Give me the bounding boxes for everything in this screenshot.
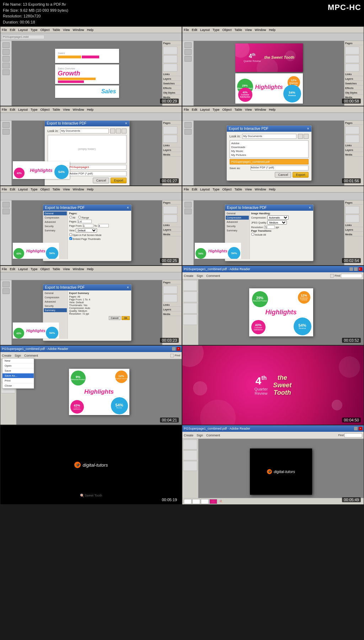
timestamp-7: 00:03:23 — [160, 338, 179, 343]
tools-panel-3 — [0, 121, 12, 185]
growth-label: Growth — [58, 70, 116, 77]
menubar-2: FileEditLayoutTypeObjectTableViewWindowH… — [182, 27, 364, 33]
panel-right-6: Pages Links Layers Media — [344, 200, 364, 265]
thumbnail-3[interactable]: FileEditLayoutTypeObjectTableViewWindowH… — [0, 106, 182, 186]
tools-panel-7 — [0, 280, 12, 345]
dialog-file-area: (empty folder) — [48, 135, 127, 163]
reader-canvas-9: 9% Returned Product 12% Employee Turnove… — [16, 359, 182, 425]
thumbnail-grid: FileEditLayoutTypeObjectTableViewWindowH… — [0, 26, 364, 505]
thumbnail-5[interactable]: FileEditLayoutTypeObjectTableViewWindowH… — [0, 186, 182, 266]
toolbar-4 — [182, 113, 364, 121]
thumbnail-11[interactable]: 🎓 digital-tutors 🍭 Sweet Tooth 00:05:19 — [0, 425, 182, 505]
sweet-tooth-label: the Sweet Tooth — [264, 55, 295, 60]
menubar-4: FileEditLayoutTypeObjectTableViewWindowH… — [182, 106, 364, 113]
thumbnail-8[interactable]: PGSuperpage1_combined.pdf - Adobe Reader… — [182, 266, 364, 345]
thumbnail-9[interactable]: PGSuperpage1_combined.pdf - Adobe Reader… — [0, 345, 182, 425]
thumbnail-1[interactable]: FileEditLayoutTypeObjectTableViewWindowH… — [0, 26, 182, 106]
sweet-tooth-small-11: 🍭 Sweet Tooth — [80, 494, 102, 497]
timestamp-4: 00:01:56 — [342, 178, 361, 183]
menubar-6: FileEditLayoutTypeObjectTableViewWindowH… — [182, 186, 364, 193]
timestamp-8: 00:03:52 — [342, 338, 361, 343]
timestamp-12: 00:05:49 — [342, 497, 361, 502]
reader-titlebar-12: PGSuperpage1_combined.pdf - Adobe Reader… — [182, 425, 364, 432]
timestamp-2: 00:00:58 — [342, 99, 361, 104]
tools-panel-1 — [0, 41, 12, 106]
ok-btn-7[interactable]: OK — [122, 316, 129, 320]
tools-panel-6 — [182, 200, 194, 265]
export-button-4[interactable]: Export — [293, 172, 308, 178]
thumbnail-2[interactable]: FileEditLayoutTypeObjectTableViewWindowH… — [182, 26, 364, 106]
tools-panel-4 — [182, 121, 194, 185]
menubar-7: FileEditLayoutTypeObjectTableViewWindowH… — [0, 266, 182, 272]
menubar-5: FileEditLayoutTypeObjectTableViewWindowH… — [0, 186, 182, 193]
toolbar-2 — [182, 33, 364, 41]
thumbnail-7[interactable]: FileEditLayoutTypeObjectTableViewWindowH… — [0, 266, 182, 345]
reader-canvas-12: 🎓 digital-tutors — [198, 439, 364, 504]
dialog-row-location-4: Look in: My Documents — [230, 134, 309, 139]
dt-icon-11: 🎓 — [74, 462, 81, 468]
dialog-titlebar-3: Export to Interactive PDF × — [45, 121, 129, 126]
cancel-button-4[interactable]: Cancel — [275, 172, 291, 178]
panel-right-3: Pages Links Layers Media — [162, 121, 182, 185]
dialog-saveas-row-4: Save as: Adobe PDF (*.pdf) — [230, 166, 309, 171]
panel-right-1: Pages Links Layers Swatches Effects Obj … — [162, 41, 182, 106]
pdf-dialog-titlebar-5: Export to Interactive PDF× — [43, 205, 131, 211]
thumbnail-6[interactable]: FileEditLayoutTypeObjectTableViewWindowH… — [182, 186, 364, 266]
filename-text: File Name: 13 Exporting to a PDF.flv — [3, 1, 361, 7]
pdf-dialog-titlebar-7: Export to Interactive PDF× — [43, 284, 131, 290]
menubar-3: FileEditLayoutTypeObjectTableViewWindowH… — [0, 106, 182, 113]
timestamp-5: 00:02:25 — [160, 258, 179, 263]
filesize-text: File Size: 9.62 MB (10 093 999 bytes) — [3, 7, 361, 14]
export-button-3[interactable]: Export — [111, 178, 126, 183]
timestamp-9: 00:04:21 — [160, 418, 179, 423]
dialog-buttons-4: Cancel Export — [230, 172, 309, 178]
panel-right-4: Pages Links Layers Media — [344, 121, 364, 185]
timestamp-11: 00:05:19 — [160, 497, 179, 502]
dialog-titlebar-4: Export to Interactive PDF × — [227, 126, 311, 132]
canvas-2: 4th Quarter Review the Sweet Tooth 29% R… — [194, 41, 344, 106]
panel-right-5: Pages Links Layers Media — [162, 200, 182, 265]
duration-text: Duration: 00:06:18 — [3, 19, 361, 25]
toolbar-3 — [0, 113, 182, 121]
thumb-strip-12: 🍭 — [182, 498, 364, 504]
cancel-btn-7[interactable]: Cancel — [109, 316, 121, 320]
reader-content-12: 🎓 digital-tutors — [182, 439, 364, 504]
toolbar-6 — [182, 193, 364, 200]
canvas-4: Export to Interactive PDF × Look in: My … — [194, 121, 344, 185]
timestamp-6: 00:02:54 — [342, 258, 361, 263]
timestamp-1: 00:00:29 — [160, 99, 179, 104]
export-dialog-4[interactable]: Export to Interactive PDF × Look in: My … — [226, 125, 312, 181]
file-info-bar: File Name: 13 Exporting to a PDF.flv Fil… — [0, 0, 364, 26]
reader-titlebar-8: PGSuperpage1_combined.pdf - Adobe Reader… — [182, 266, 364, 272]
reader-sidebar-12 — [182, 439, 198, 504]
menubar-1: FileEditLayoutTypeObjectTableViewWindowH… — [0, 27, 182, 33]
reader-toolbar-8: Create Sign Comment Find — [182, 272, 364, 279]
thumbnail-10[interactable]: 4th Quarter Review theSweetTooth 00:04:5… — [182, 345, 364, 425]
digital-tutors-logo-12: 🎓 digital-tutors — [267, 469, 295, 474]
thumbnail-4[interactable]: FileEditLayoutTypeObjectTableViewWindowH… — [182, 106, 364, 186]
tools-panel-2 — [182, 41, 194, 106]
reader-titlebar-9: PGSuperpage1_combined.pdf - Adobe Reader… — [0, 346, 182, 352]
sales-label: Sales — [58, 88, 116, 95]
timestamp-3: 00:01:27 — [160, 178, 179, 183]
highlighted-filename-row: PGSuperpage1_combined.pdf — [230, 159, 309, 164]
toolbar-1: PGSuperpage1.indd — [0, 33, 182, 41]
cancel-button-3[interactable]: Cancel — [93, 178, 109, 183]
dialog-row-location: Look in: My Documents — [48, 128, 127, 133]
thumbnail-12[interactable]: PGSuperpage1_combined.pdf - Adobe Reader… — [182, 425, 364, 505]
reader-canvas-8: 29% Returned Product 12% Employee Turnov… — [198, 279, 364, 345]
panel-right-2: Pages Links Layers Swatches Effects Obj … — [344, 41, 364, 106]
pdf-dialog-titlebar-6: Export to Interactive PDF× — [225, 205, 313, 211]
dropdown-menu-9[interactable]: New Open Save Save As... Print Close — [2, 358, 34, 389]
file-list-4: Adobe Downloads My Music My Pictures My … — [230, 140, 309, 158]
panel-right-7: Pages Links Layers Media — [162, 280, 182, 345]
canvas-1: Sales Sales Overview Growth — [12, 41, 162, 106]
tools-panel-5 — [0, 200, 12, 265]
digital-tutors-logo-11: 🎓 digital-tutors — [74, 462, 108, 468]
reader-content-8: 29% Returned Product 12% Employee Turnov… — [182, 279, 364, 345]
toolbar-5 — [0, 193, 182, 200]
resolution-text: Resolution: 1280x720 — [3, 13, 361, 19]
toolbar-7 — [0, 272, 182, 280]
reader-toolbar-12: Create Sign Comment Find — [182, 432, 364, 439]
mpc-hc-logo: MPC-HC — [328, 1, 361, 13]
